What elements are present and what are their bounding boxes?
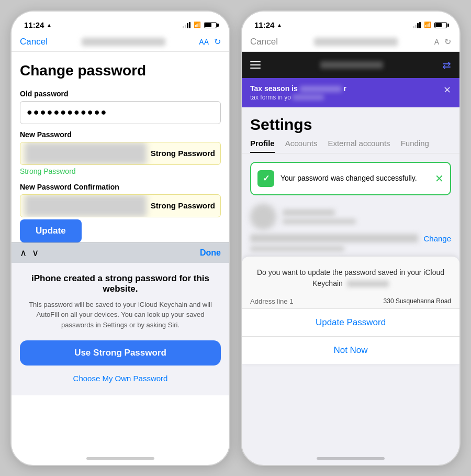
- left-nav-bar: Cancel AA ↻: [12, 35, 229, 52]
- address-label: Address line 1: [250, 297, 293, 305]
- success-check-icon: ✓: [257, 170, 274, 187]
- strong-password-link[interactable]: Strong Password: [20, 167, 221, 175]
- right-status-icons: 📶: [413, 21, 447, 28]
- right-battery-icon: [434, 22, 447, 28]
- not-now-button[interactable]: Not Now: [242, 337, 459, 364]
- icloud-dialog-body: Do you want to update the password saved…: [242, 257, 459, 294]
- promo-body-blur: [293, 95, 324, 100]
- right-wifi-icon: 📶: [424, 21, 431, 28]
- dark-header-title: [320, 61, 383, 69]
- new-password-confirm-input[interactable]: Strong Password: [20, 194, 221, 217]
- update-password-button[interactable]: Update Password: [242, 309, 459, 336]
- cancel-button[interactable]: Cancel: [20, 37, 48, 47]
- nav-title-blur: [82, 38, 165, 46]
- aa-button[interactable]: AA: [199, 38, 209, 46]
- wifi-icon: 📶: [194, 21, 201, 28]
- right-nav-title-blur: [314, 38, 398, 46]
- promo-text: Tax season is r tax forms in yo: [250, 84, 443, 101]
- kb-arrows: ∧ ∨: [20, 247, 39, 259]
- old-password-dots: ●●●●●●●●●●●●: [27, 107, 107, 118]
- promo-close-button[interactable]: ✕: [443, 84, 451, 96]
- right-refresh-icon[interactable]: ↻: [444, 37, 451, 47]
- strong-password-btn1[interactable]: Strong Password: [151, 149, 220, 158]
- new-password-label: New Password: [20, 130, 221, 139]
- choose-own-password-link[interactable]: Choose My Own Password: [20, 370, 221, 387]
- refresh-icon[interactable]: ↻: [214, 37, 221, 47]
- form-title: Change password: [20, 62, 221, 79]
- kb-done-button[interactable]: Done: [200, 248, 221, 258]
- signal-bars: [183, 22, 190, 28]
- new-password-blur: [25, 142, 147, 164]
- new-password-confirm-label: New Password Confirmation: [20, 183, 221, 191]
- right-status-bar: 11:24 ▲ 📶: [242, 12, 459, 35]
- icloud-popup-title: iPhone created a strong password for thi…: [20, 273, 221, 294]
- battery-icon: [204, 22, 217, 28]
- settings-tabs: Profile Accounts External accounts Fundi…: [242, 134, 459, 153]
- left-phone: 11:24 ▲ 📶 Cancel AA: [10, 10, 230, 466]
- change-password-form: Change password Old password ●●●●●●●●●●●…: [12, 52, 229, 242]
- right-nav-bar: Cancel A ↻: [242, 35, 459, 52]
- profile-section: Change: [242, 204, 459, 251]
- new-password-confirm-blur: [25, 195, 147, 217]
- right-a-button[interactable]: A: [434, 38, 439, 46]
- keyboard-toolbar: ∧ ∨ Done: [12, 242, 229, 263]
- profile-blur-row: [250, 204, 451, 230]
- strong-password-btn2[interactable]: Strong Password: [151, 201, 220, 210]
- right-cancel-button[interactable]: Cancel: [250, 37, 278, 47]
- success-close-button[interactable]: ✕: [435, 172, 444, 185]
- promo-body: tax forms in yo: [250, 94, 443, 101]
- left-home-indicator: [86, 457, 154, 460]
- hamburger-menu[interactable]: [250, 61, 261, 69]
- kb-up-arrow[interactable]: ∧: [20, 247, 27, 259]
- profile-name-area: [283, 209, 356, 224]
- kb-down-arrow[interactable]: ∨: [32, 247, 39, 259]
- right-time: 11:24: [254, 20, 274, 29]
- address-row: Address line 1 330 Susquehanna Road: [242, 294, 459, 308]
- right-home-indicator: [317, 457, 385, 460]
- dark-header: ⇄: [242, 52, 459, 78]
- old-password-input[interactable]: ●●●●●●●●●●●●: [20, 101, 221, 124]
- profile-name-blur: [283, 209, 335, 216]
- change-password-link[interactable]: Change: [423, 234, 451, 243]
- tab-funding[interactable]: Funding: [401, 139, 429, 153]
- right-signal-bars: [413, 22, 421, 28]
- profile-detail-blur: [283, 219, 356, 224]
- address-value: 330 Susquehanna Road: [384, 297, 451, 305]
- icloud-dialog-title-blur: [347, 281, 389, 287]
- success-message: Your password was changed successfully.: [281, 173, 435, 184]
- left-page-content: Change password Old password ●●●●●●●●●●●…: [12, 52, 229, 453]
- swap-icon[interactable]: ⇄: [442, 59, 451, 71]
- icloud-popup: iPhone created a strong password for thi…: [12, 263, 229, 396]
- left-status-icons: 📶: [183, 21, 217, 28]
- left-time: 11:24: [24, 20, 44, 29]
- nav-right-group: AA ↻: [199, 37, 221, 47]
- password-row: Change: [250, 234, 451, 243]
- update-button[interactable]: Update: [20, 219, 82, 242]
- password-detail-blur: [250, 246, 344, 251]
- password-row-blur: [250, 234, 418, 242]
- success-banner: ✓ Your password was changed successfully…: [250, 162, 451, 195]
- right-phone: 11:24 ▲ 📶 Cancel A: [241, 10, 461, 466]
- use-strong-password-button[interactable]: Use Strong Password: [20, 340, 221, 366]
- settings-content: Settings Profile Accounts External accou…: [242, 107, 459, 453]
- right-nav-right: A ↻: [434, 37, 451, 47]
- tab-external-accounts[interactable]: External accounts: [328, 139, 390, 153]
- old-password-label: Old password: [20, 90, 221, 98]
- promo-title: Tax season is r: [250, 84, 443, 93]
- settings-title: Settings: [242, 107, 459, 134]
- right-location-icon: ▲: [276, 22, 282, 28]
- tab-accounts[interactable]: Accounts: [285, 139, 318, 153]
- new-password-input[interactable]: Strong Password: [20, 142, 221, 165]
- promo-title-blur: [300, 86, 342, 92]
- profile-avatar: [250, 204, 276, 230]
- left-status-bar: 11:24 ▲ 📶: [12, 12, 229, 35]
- tab-profile[interactable]: Profile: [250, 139, 275, 153]
- icloud-popup-body: This password will be saved to your iClo…: [20, 300, 221, 330]
- promo-banner: Tax season is r tax forms in yo ✕: [242, 78, 459, 107]
- icloud-dialog: Do you want to update the password saved…: [242, 257, 459, 364]
- location-icon: ▲: [46, 22, 52, 28]
